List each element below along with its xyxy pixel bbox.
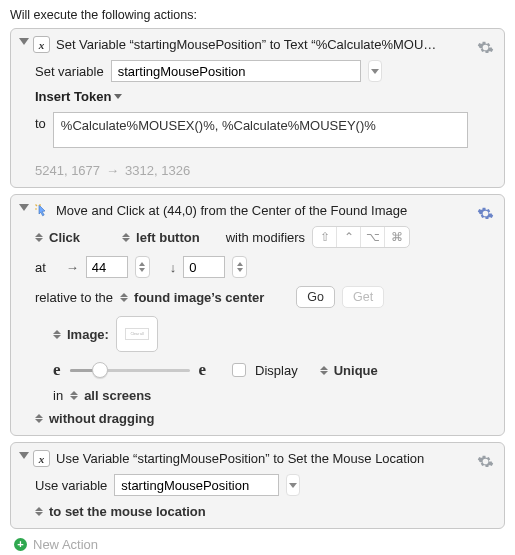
go-button[interactable]: Go	[296, 286, 335, 308]
set-variable-label: Set variable	[35, 64, 104, 79]
variable-icon: x	[33, 36, 50, 53]
modifier-control[interactable]: ⌃	[337, 227, 361, 247]
fuzziness-slider[interactable]	[70, 361, 190, 379]
unique-popup[interactable]: Unique	[320, 363, 378, 378]
relative-to-popup[interactable]: found image’s center	[120, 290, 264, 305]
value-preview: 5241, 1677 → 3312, 1326	[35, 163, 472, 178]
variable-icon: x	[33, 450, 50, 467]
svg-line-0	[35, 204, 37, 206]
gear-icon[interactable]	[476, 38, 494, 56]
action-list: x Set Variable “startingMousePosition” t…	[10, 28, 505, 529]
at-label: at	[35, 260, 46, 275]
action-title: Set Variable “startingMousePosition” to …	[56, 37, 472, 52]
image-well[interactable]: Clear all	[116, 316, 158, 352]
in-label: in	[53, 388, 63, 403]
action-title: Use Variable “startingMousePosition” to …	[56, 451, 472, 466]
mouse-button-popup[interactable]: left button	[122, 230, 200, 245]
modifier-option[interactable]: ⌥	[361, 227, 385, 247]
action-card-move-click: Move and Click at (44,0) from the Center…	[10, 194, 505, 436]
display-label: Display	[255, 363, 298, 378]
y-offset-input[interactable]	[183, 256, 225, 278]
relative-to-label: relative to the	[35, 290, 113, 305]
x-stepper[interactable]	[135, 256, 150, 278]
use-variable-label: Use variable	[35, 478, 107, 493]
arrow-right-icon: →	[66, 260, 79, 275]
cursor-click-icon	[33, 202, 50, 219]
click-type-popup[interactable]: Click	[35, 230, 80, 245]
variable-picker-popup[interactable]	[368, 60, 382, 82]
variable-picker-popup[interactable]	[286, 474, 300, 496]
fuzz-max-icon: e	[199, 360, 207, 380]
screens-popup[interactable]: all screens	[70, 388, 151, 403]
chevron-down-icon	[371, 69, 379, 74]
disclosure-toggle[interactable]	[19, 36, 29, 178]
modifier-segment: ⇧ ⌃ ⌥ ⌘	[312, 226, 410, 248]
y-stepper[interactable]	[232, 256, 247, 278]
to-label: to	[35, 112, 46, 131]
to-value-textarea[interactable]: %Calculate%MOUSEX()%, %Calculate%MOUSEY(…	[53, 112, 468, 148]
image-source-popup[interactable]: Image:	[53, 327, 109, 342]
gear-icon[interactable]	[476, 204, 494, 222]
x-offset-input[interactable]	[86, 256, 128, 278]
heading: Will execute the following actions:	[10, 8, 505, 22]
arrow-down-icon: ↓	[170, 260, 177, 275]
action-card-use-variable: x Use Variable “startingMousePosition” t…	[10, 442, 505, 529]
disclosure-toggle[interactable]	[19, 202, 29, 426]
display-checkbox[interactable]	[232, 363, 246, 377]
chevron-down-icon	[114, 94, 122, 99]
gear-icon[interactable]	[476, 452, 494, 470]
get-button[interactable]: Get	[342, 286, 384, 308]
insert-token-button[interactable]: Insert Token	[35, 89, 122, 104]
variable-name-input[interactable]	[114, 474, 279, 496]
new-action-button[interactable]: + New Action	[14, 537, 505, 552]
variable-name-input[interactable]	[111, 60, 361, 82]
action-card-set-variable: x Set Variable “startingMousePosition” t…	[10, 28, 505, 188]
action-title: Move and Click at (44,0) from the Center…	[56, 203, 472, 218]
dragging-popup[interactable]: without dragging	[35, 411, 154, 426]
set-mouse-location-popup[interactable]: to set the mouse location	[35, 504, 206, 519]
modifier-shift[interactable]: ⇧	[313, 227, 337, 247]
disclosure-toggle[interactable]	[19, 450, 29, 519]
modifier-command[interactable]: ⌘	[385, 227, 409, 247]
chevron-down-icon	[289, 483, 297, 488]
with-modifiers-label: with modifiers	[226, 230, 305, 245]
fuzz-min-icon: e	[53, 360, 61, 380]
plus-icon: +	[14, 538, 27, 551]
arrow-right-icon: →	[106, 163, 119, 178]
